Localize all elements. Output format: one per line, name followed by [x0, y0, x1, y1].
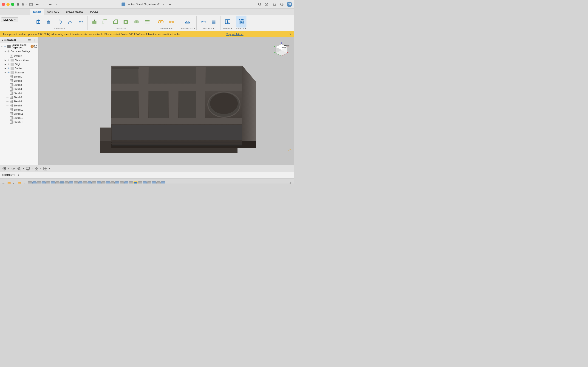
timeline-marker-3[interactable]: [37, 181, 41, 184]
timeline-marker-29[interactable]: [156, 181, 161, 184]
maximize-button[interactable]: [11, 3, 14, 6]
grid-button[interactable]: [34, 166, 39, 171]
display-button[interactable]: [25, 166, 30, 171]
timeline-marker-20[interactable]: [115, 181, 119, 184]
browser-collapse-icon[interactable]: ◀: [1, 39, 3, 41]
tree-sketch12[interactable]: — Sketch12: [0, 116, 38, 120]
tree-sketch1[interactable]: — Sketch1: [0, 75, 38, 79]
timeline-marker-18[interactable]: [106, 181, 110, 184]
timeline-marker-13[interactable]: [83, 181, 87, 184]
tree-sketch5[interactable]: — Sketch5: [0, 91, 38, 95]
tree-sketch10[interactable]: — Sketch10: [0, 108, 38, 112]
viewcube[interactable]: FRONT RIGHT: [272, 40, 291, 58]
redo-button[interactable]: ↪: [48, 2, 53, 7]
timeline-settings-button[interactable]: [288, 182, 293, 184]
timeline-marker-16[interactable]: [97, 181, 101, 184]
tree-root-item[interactable]: ▶ 👁 Laptop Stand Organizer... P: [0, 43, 38, 49]
close-document-button[interactable]: ×: [161, 2, 166, 7]
timeline-step-forward-button[interactable]: ⏩: [17, 182, 22, 184]
timeline-marker-9[interactable]: [65, 181, 69, 184]
viewport[interactable]: FRONT RIGHT: [39, 37, 294, 165]
offset-plane-button[interactable]: [182, 16, 192, 27]
timeline-marker-11[interactable]: [74, 181, 78, 184]
add-comment-button[interactable]: +: [17, 173, 20, 177]
timeline-marker-21[interactable]: [120, 181, 124, 184]
shell-button[interactable]: [121, 16, 131, 27]
help-button[interactable]: ?: [279, 2, 284, 7]
timeline-marker-7[interactable]: [55, 181, 60, 184]
timeline-marker-26[interactable]: [143, 181, 147, 184]
viewport-layout-dropdown[interactable]: ▼: [49, 167, 51, 169]
timeline-marker-19[interactable]: [111, 181, 115, 184]
named-views-arrow[interactable]: ▶: [4, 58, 7, 62]
timeline-marker-24[interactable]: [133, 181, 138, 184]
orbit-button[interactable]: [10, 166, 16, 171]
tab-solid[interactable]: SOLID: [30, 9, 44, 15]
timeline-marker-2[interactable]: [32, 181, 36, 184]
revolve-button[interactable]: [55, 16, 65, 27]
tree-sketch11[interactable]: — Sketch11: [0, 112, 38, 116]
browser-expand-button[interactable]: |: [32, 38, 36, 42]
tree-sketch9[interactable]: — Sketch9: [0, 103, 38, 108]
save-button[interactable]: [28, 2, 34, 7]
modify-more-button[interactable]: [142, 16, 152, 27]
insert-button[interactable]: [223, 16, 233, 27]
timeline-marker-22[interactable]: [124, 181, 128, 184]
tab-surface[interactable]: SURFACE: [44, 9, 63, 15]
named-views-vis[interactable]: 👁: [7, 58, 10, 62]
browser-settings-button[interactable]: [27, 38, 32, 42]
select-button[interactable]: [236, 16, 246, 27]
create-more-button[interactable]: [76, 16, 86, 27]
tree-sketch3[interactable]: — Sketch3: [0, 83, 38, 87]
timeline-marker-8[interactable]: [60, 181, 64, 184]
tree-sketch4[interactable]: — Sketch4: [0, 87, 38, 91]
redo-dropdown-button[interactable]: ▼: [54, 2, 59, 7]
timeline-marker-5[interactable]: [46, 181, 50, 184]
timeline-step-back-button[interactable]: ⏪: [7, 182, 11, 184]
sketches-vis[interactable]: 👁: [7, 71, 10, 74]
tree-sketch2[interactable]: — Sketch2: [0, 79, 38, 83]
press-pull-button[interactable]: [89, 16, 99, 27]
tree-origin[interactable]: ▶ 👁 Origin: [0, 62, 38, 66]
tree-units[interactable]: in Units: in: [0, 53, 38, 58]
timeline-marker-25[interactable]: [138, 181, 142, 184]
undo-dropdown-button[interactable]: ▼: [41, 2, 46, 7]
timeline-marker-14[interactable]: [87, 181, 92, 184]
timeline-play-button[interactable]: ▶: [12, 182, 17, 184]
help-search-button[interactable]: [257, 2, 262, 7]
timeline-go-start-button[interactable]: ⏮: [1, 182, 6, 184]
timeline-marker-6[interactable]: [51, 181, 55, 184]
section-analysis-button[interactable]: [209, 16, 219, 27]
origin-arrow[interactable]: ▶: [4, 63, 7, 66]
undo-button[interactable]: ↩: [35, 2, 40, 7]
tree-sketches[interactable]: ▶ 👁 Sketches: [0, 70, 38, 75]
timeline-marker-28[interactable]: [152, 181, 156, 184]
zoom-button[interactable]: [17, 166, 22, 171]
tree-sketch8[interactable]: — Sketch8: [0, 99, 38, 103]
timeline-go-end-button[interactable]: ⏭: [23, 182, 27, 184]
measure-button[interactable]: [199, 16, 208, 27]
joint-button[interactable]: [156, 16, 166, 27]
snap-dropdown[interactable]: ▼: [8, 167, 10, 169]
combine-button[interactable]: [132, 16, 142, 27]
root-vis-icon[interactable]: 👁: [4, 45, 7, 48]
root-expand-arrow[interactable]: ▶: [0, 45, 4, 48]
zoom-dropdown[interactable]: ▼: [23, 167, 24, 169]
snap-button[interactable]: [2, 166, 7, 171]
timeline-marker-12[interactable]: [78, 181, 82, 184]
timeline-marker-17[interactable]: [101, 181, 105, 184]
sketches-arrow[interactable]: ▶: [4, 71, 7, 74]
doc-settings-arrow[interactable]: ▶: [4, 50, 7, 53]
grid-dropdown[interactable]: ▼: [40, 167, 42, 169]
notification-link[interactable]: Support Article.: [226, 33, 243, 35]
display-dropdown[interactable]: ▼: [31, 167, 33, 169]
timeline-marker-23[interactable]: [129, 181, 133, 184]
fillet-button[interactable]: [100, 16, 110, 27]
timeline-marker-1[interactable]: [28, 181, 32, 184]
new-component-button[interactable]: [34, 16, 44, 27]
minimize-button[interactable]: [6, 3, 10, 6]
tree-sketch6[interactable]: — Sketch6: [0, 95, 38, 99]
tree-named-views[interactable]: ▶ 👁 Named Views: [0, 58, 38, 62]
apps-grid-button[interactable]: ⊞: [16, 2, 21, 7]
timeline-marker-30[interactable]: [161, 181, 165, 184]
